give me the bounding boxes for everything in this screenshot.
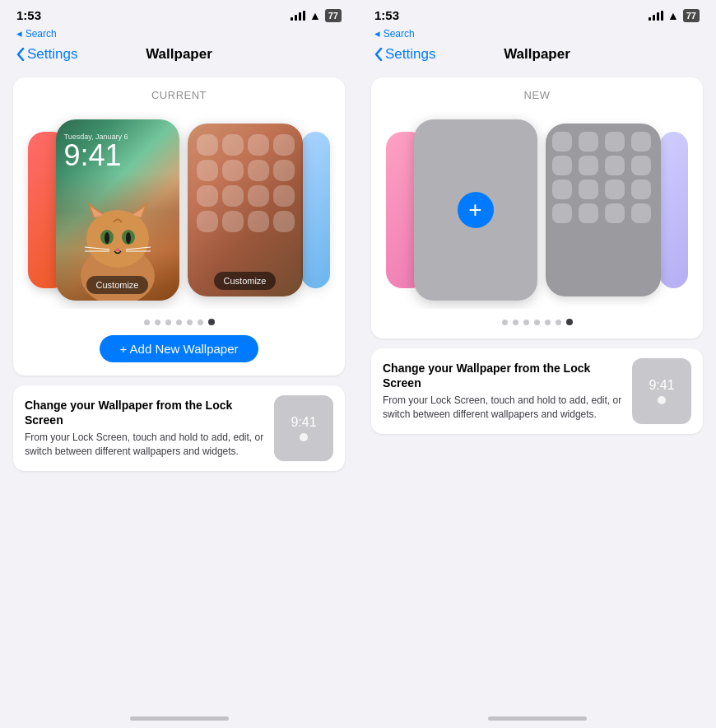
info-preview-left: 9:41: [274, 395, 333, 461]
wallpaper-card-left: CURRENT Tuesday, January 6 9:41: [13, 77, 345, 376]
status-icons-right: ▲ 77: [649, 9, 700, 22]
app-icon: [222, 185, 244, 207]
page-dots-right: [502, 319, 573, 325]
dot-5: [187, 320, 193, 325]
side-peek-right-next: [301, 132, 330, 288]
info-text-right: Change your Wallpaper from the Lock Scre…: [383, 361, 622, 422]
status-icons-left: ▲ 77: [291, 9, 342, 22]
app-icon: [273, 160, 295, 181]
nav-title-left: Wallpaper: [146, 46, 212, 63]
dot-1: [144, 320, 150, 325]
screens-container-left: Tuesday, January 6 9:41: [21, 111, 337, 309]
preview-time-left: 9:41: [291, 415, 316, 430]
left-phone-panel: 1:53 ▲ 77 Search Settings Wallpaper CUR: [0, 0, 358, 728]
nav-back-right[interactable]: Settings: [374, 46, 435, 63]
wifi-icon-right: ▲: [667, 9, 679, 22]
dot-4: [176, 320, 182, 325]
dot-2: [155, 320, 160, 325]
search-bar-left[interactable]: Search: [0, 26, 358, 43]
new-app-icon: [552, 180, 572, 199]
new-dot-5: [545, 320, 551, 325]
preview-dot-left: [300, 433, 308, 441]
home-screen-preview[interactable]: Customize: [188, 124, 303, 296]
status-time-right: 1:53: [374, 8, 399, 22]
new-app-icon: [579, 132, 598, 152]
info-desc-right: From your Lock Screen, touch and hold to…: [383, 394, 622, 422]
new-lock-screen[interactable]: +: [414, 119, 537, 301]
home-indicator-left: [0, 708, 358, 728]
customize-btn-lock[interactable]: Customize: [86, 276, 149, 294]
new-app-icon: [631, 156, 651, 175]
nav-title-right: Wallpaper: [504, 46, 570, 63]
new-app-icon: [631, 180, 651, 199]
new-screens-container: +: [379, 111, 695, 309]
info-card-right: Change your Wallpaper from the Lock Scre…: [371, 348, 703, 434]
nav-back-left[interactable]: Settings: [16, 46, 77, 63]
app-icon: [273, 211, 295, 232]
search-bar-right[interactable]: Search: [358, 26, 716, 43]
plus-button[interactable]: +: [458, 192, 494, 228]
home-bar-right: [488, 716, 587, 721]
app-icon: [197, 134, 218, 156]
new-dot-3: [523, 320, 529, 325]
lock-screen-preview[interactable]: Tuesday, January 6 9:41: [56, 119, 179, 301]
customize-btn-home[interactable]: Customize: [214, 272, 277, 290]
signal-icon-left: [291, 11, 305, 21]
status-bar-left: 1:53 ▲ 77: [0, 0, 358, 26]
nav-bar-right: Settings Wallpaper: [358, 43, 716, 69]
add-wallpaper-button[interactable]: + Add New Wallpaper: [100, 335, 258, 362]
info-text-left: Change your Wallpaper from the Lock Scre…: [25, 398, 264, 459]
wifi-icon-left: ▲: [309, 9, 321, 22]
dot-6: [198, 320, 203, 325]
app-grid-left: [193, 130, 298, 236]
status-time-left: 1:53: [16, 8, 41, 22]
status-bar-right: 1:53 ▲ 77: [358, 0, 716, 26]
section-label-left: CURRENT: [151, 89, 207, 101]
new-app-icon: [605, 132, 625, 152]
svg-point-8: [105, 232, 109, 244]
battery-right: 77: [683, 9, 700, 22]
new-app-icon: [552, 132, 572, 152]
app-icon: [222, 134, 244, 156]
signal-icon-right: [649, 11, 663, 21]
new-dot-1: [502, 320, 508, 325]
app-icon: [248, 185, 269, 207]
app-icon: [273, 185, 295, 207]
app-icon: [222, 160, 244, 181]
right-phone-panel: 1:53 ▲ 77 Search Settings Wallpaper NEW: [358, 0, 716, 728]
new-app-icon: [579, 156, 598, 175]
preview-time-right: 9:41: [649, 378, 674, 393]
home-indicator-right: [358, 708, 716, 728]
home-background: [188, 124, 303, 296]
app-icon: [197, 185, 218, 207]
new-app-icon: [631, 132, 651, 152]
new-app-icon: [605, 156, 625, 175]
lock-date: Tuesday, January 6: [64, 133, 171, 141]
lock-time: 9:41: [64, 141, 171, 170]
app-icon: [248, 134, 269, 156]
app-icon: [197, 160, 218, 181]
new-app-icon: [605, 180, 625, 199]
content-left: CURRENT Tuesday, January 6 9:41: [0, 69, 358, 708]
new-app-grid: [552, 132, 654, 223]
battery-left: 77: [325, 9, 342, 22]
info-title-left: Change your Wallpaper from the Lock Scre…: [25, 398, 264, 427]
cat-background: Tuesday, January 6 9:41: [56, 119, 179, 301]
app-icon: [248, 160, 269, 181]
app-icon: [248, 211, 269, 232]
new-app-icon: [579, 203, 598, 223]
new-app-icon: [579, 180, 598, 199]
new-home-screen[interactable]: [546, 124, 661, 296]
preview-dot-right: [658, 396, 666, 404]
info-preview-right: 9:41: [632, 358, 691, 424]
lock-time-display: Tuesday, January 6 9:41: [56, 119, 179, 174]
info-desc-left: From your Lock Screen, touch and hold to…: [25, 431, 264, 459]
content-right: NEW +: [358, 69, 716, 708]
new-app-icon: [552, 203, 572, 223]
new-dot-6: [556, 320, 561, 325]
wallpaper-card-right: NEW +: [371, 77, 703, 338]
dot-7-active: [208, 319, 215, 325]
app-icon: [197, 211, 218, 232]
app-icon: [273, 134, 295, 156]
page-dots-left: [144, 319, 215, 325]
